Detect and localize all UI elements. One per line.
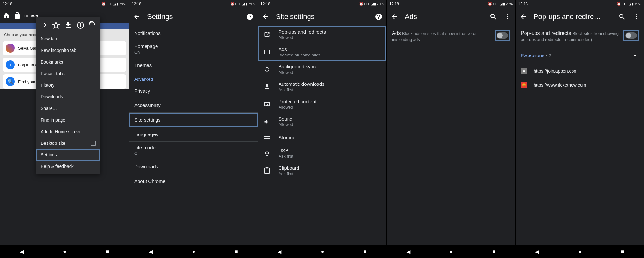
exception-item[interactable]: A https://join.appen.com <box>516 64 644 78</box>
ads-toggle[interactable] <box>497 32 508 39</box>
nav-recents-icon[interactable]: ■ <box>106 249 109 254</box>
reload-icon[interactable] <box>89 21 96 29</box>
search-icon[interactable] <box>618 13 626 21</box>
screen-ads: 12:18 ⏰LTE◢▮79% Ads Ads Block ads on sit… <box>386 0 515 258</box>
menu-downloads[interactable]: Downloads <box>36 91 100 103</box>
site-clipboard[interactable]: ClipboardAsk first <box>258 162 386 179</box>
setting-lite-mode[interactable]: Lite modeOff <box>129 142 258 159</box>
setting-themes[interactable]: Themes <box>129 58 258 72</box>
chevron-up-icon[interactable] <box>631 52 639 59</box>
back-icon[interactable] <box>519 13 527 21</box>
battery-pct: 79% <box>634 2 641 6</box>
signal-icon: ◢ <box>242 2 245 6</box>
app-bar: Settings <box>129 8 258 26</box>
setting-accessibility[interactable]: Accessibility <box>129 98 258 112</box>
alarm-icon: ⏰ <box>488 2 492 6</box>
setting-about[interactable]: About Chrome <box>129 174 258 188</box>
menu-share[interactable]: Share… <box>36 103 100 114</box>
menu-new-tab[interactable]: New tab <box>36 33 100 45</box>
clock: 12:18 <box>389 2 399 6</box>
nav-back-icon[interactable]: ◀ <box>149 249 153 255</box>
nav-back-icon[interactable]: ◀ <box>278 249 281 255</box>
lock-icon <box>14 12 21 19</box>
app-bar: Site settings <box>258 8 386 26</box>
help-icon[interactable] <box>375 13 383 21</box>
ads-toggle-row[interactable]: Ads Block ads on sites that show intrusi… <box>387 26 515 47</box>
battery-pct: 79% <box>119 2 126 6</box>
site-sound[interactable]: SoundAllowed <box>258 113 386 130</box>
menu-bookmarks[interactable]: Bookmarks <box>36 56 100 68</box>
signal-icon: ◢ <box>113 2 116 6</box>
menu-settings[interactable]: Settings <box>36 149 100 161</box>
alarm-icon: ⏰ <box>101 2 106 6</box>
more-icon[interactable] <box>632 13 640 21</box>
menu-help[interactable]: Help & feedback <box>36 161 100 172</box>
avatar <box>6 44 15 53</box>
nav-home-icon[interactable]: ● <box>450 249 453 254</box>
network-label: LTE <box>493 2 499 6</box>
nav-home-icon[interactable]: ● <box>321 249 324 254</box>
exception-url: https://join.appen.com <box>534 68 578 74</box>
popup-heading: Pop-ups and redirects <box>521 30 571 36</box>
nav-recents-icon[interactable]: ■ <box>621 249 624 254</box>
popup-toggle[interactable] <box>625 32 637 39</box>
menu-history[interactable]: History <box>36 79 100 91</box>
menu-incognito[interactable]: New incognito tab <box>36 45 100 56</box>
nav-recents-icon[interactable]: ■ <box>364 249 367 254</box>
setting-notifications[interactable]: Notifications <box>129 26 258 40</box>
page-title: Settings <box>147 13 240 21</box>
system-nav: ◀ ● ■ <box>516 245 644 258</box>
help-icon[interactable] <box>246 13 254 21</box>
menu-add-home[interactable]: Add to Home screen <box>36 126 100 137</box>
menu-desktop-site[interactable]: Desktop site <box>36 137 100 149</box>
search-icon: 🔍 <box>6 77 15 86</box>
battery-icon: ▮ <box>245 2 247 6</box>
popup-icon <box>263 31 271 38</box>
site-auto-downloads[interactable]: Automatic downloadsAsk first <box>258 78 386 95</box>
exceptions-header[interactable]: Exceptions - 2 <box>516 47 644 64</box>
network-label: LTE <box>622 2 628 6</box>
back-icon[interactable] <box>133 13 141 21</box>
nav-back-icon[interactable]: ◀ <box>20 249 24 255</box>
nav-recents-icon[interactable]: ■ <box>492 249 496 254</box>
setting-downloads[interactable]: Downloads <box>129 159 258 174</box>
search-icon[interactable] <box>489 13 497 21</box>
info-icon[interactable] <box>77 21 84 29</box>
exception-item[interactable]: 😡 https://www.ticketnew.com <box>516 78 644 92</box>
signal-icon: ◢ <box>629 2 631 6</box>
nav-back-icon[interactable]: ◀ <box>406 249 410 255</box>
status-bar: 12:18 ⏰ LTE◢▮79% <box>129 0 258 8</box>
checkbox-icon[interactable] <box>91 141 96 146</box>
back-icon[interactable] <box>262 13 270 21</box>
menu-find[interactable]: Find in page <box>36 114 100 126</box>
site-storage[interactable]: Storage <box>258 130 386 144</box>
site-usb[interactable]: USBAsk first <box>258 144 386 162</box>
setting-homepage[interactable]: HomepageOn <box>129 40 258 58</box>
star-icon[interactable] <box>52 21 60 29</box>
nav-recents-icon[interactable]: ■ <box>235 249 238 254</box>
battery-icon: ▮ <box>632 2 634 6</box>
battery-pct: 79% <box>248 2 255 6</box>
setting-site-settings[interactable]: Site settings <box>129 113 258 127</box>
popup-toggle-row[interactable]: Pop-ups and redirects Block sites from s… <box>516 26 644 47</box>
nav-home-icon[interactable]: ● <box>192 249 195 254</box>
setting-privacy[interactable]: Privacy <box>129 84 258 98</box>
home-icon[interactable] <box>3 12 10 19</box>
clock: 12:18 <box>132 2 141 6</box>
more-icon[interactable] <box>504 13 511 21</box>
nav-back-icon[interactable]: ◀ <box>535 249 539 255</box>
nav-home-icon[interactable]: ● <box>63 249 66 254</box>
forward-icon[interactable] <box>40 21 48 29</box>
signal-icon: ◢ <box>371 2 374 6</box>
download-icon[interactable] <box>64 21 72 29</box>
site-background-sync[interactable]: Background syncAllowed <box>258 61 386 78</box>
setting-languages[interactable]: Languages <box>129 127 258 141</box>
back-icon[interactable] <box>391 13 398 21</box>
exception-url: https://www.ticketnew.com <box>534 83 586 88</box>
site-popups[interactable]: Pop-ups and redirectsAllowed <box>258 26 386 43</box>
site-ads[interactable]: AdsBlocked on some sites <box>258 43 386 61</box>
nav-home-icon[interactable]: ● <box>579 249 582 254</box>
site-protected[interactable]: Protected contentAllowed <box>258 95 386 113</box>
status-icons: ⏰ LTE ◢ ▮ 79% <box>101 2 126 6</box>
menu-recent-tabs[interactable]: Recent tabs <box>36 68 100 79</box>
